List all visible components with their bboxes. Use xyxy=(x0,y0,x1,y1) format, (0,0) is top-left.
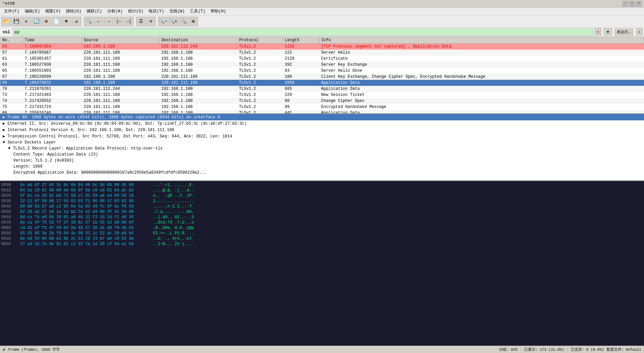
toolbar-new-capture[interactable]: 📄 xyxy=(52,17,61,26)
toolbar-forward[interactable]: → xyxy=(104,17,113,26)
toolbar-back[interactable]: ← xyxy=(94,17,103,26)
maximize-button[interactable]: □ xyxy=(629,1,635,6)
menu-analyze[interactable]: 分析(A) xyxy=(105,8,125,15)
menu-edit[interactable]: 编辑(E) xyxy=(22,8,43,15)
table-row[interactable]: 557.180097884192.168.1.100220.181.112.24… xyxy=(0,44,644,50)
detail-encrypted[interactable]: Encrypted Application Data: 000000000000… xyxy=(0,170,644,176)
encrypted-label: Encrypted Application Data: 000000000000… xyxy=(13,170,207,175)
hex-row: 004000 00 01 07 a8 c2 95 6e 5a 83 49 fc … xyxy=(1,204,643,209)
status-profile: 配置文件: Default xyxy=(607,347,641,352)
ssl-label: Secure Sockets Layer xyxy=(7,140,56,145)
table-row[interactable]: 707.211876261220.181.112.244192.168.1.10… xyxy=(0,86,644,92)
table-row[interactable]: 637.186527030220.181.111.188192.168.1.10… xyxy=(0,62,644,68)
toolbar-close-capture[interactable]: ✕ xyxy=(21,17,31,26)
packet-table: No. Time Source Destination Protocol Len… xyxy=(0,37,644,114)
toolbar-last[interactable]: →| xyxy=(124,17,133,26)
detail-tcp[interactable]: Transmission Control Protocol, Src Port:… xyxy=(0,133,644,139)
toolbar: 📂 💾 ✕ 🔄 ⚙ 📄 ✖ ↺ 🔍 ← → |← →| ☰ ≡ 🔍− 🔍+ 🔍 … xyxy=(0,15,644,27)
col-protocol[interactable]: Protocol xyxy=(237,37,283,44)
menu-tools[interactable]: 工具(T) xyxy=(187,8,208,15)
table-row[interactable]: 617.185301457220.181.111.188192.168.1.10… xyxy=(0,56,644,62)
window-controls: − □ × xyxy=(623,1,641,6)
ethernet-toggle-icon xyxy=(3,121,7,126)
menu-wireless[interactable]: 无线(W) xyxy=(167,8,187,15)
status-left: ✔ Frame (frame), 1068 字节 xyxy=(3,347,60,352)
hex-row: 00008c a6 df 27 b5 3c 6c 0b 84 09 bc 9d … xyxy=(1,182,643,188)
detail-tls-record[interactable]: TLSv1.2 Record Layer: Application Data P… xyxy=(0,145,644,152)
filter-expression[interactable]: 表达式... xyxy=(614,28,633,36)
menu-capture[interactable]: 捕获(C) xyxy=(84,8,105,15)
menu-help[interactable]: 帮助(H) xyxy=(208,8,229,15)
table-row[interactable]: 757.217431724220.181.111.188192.168.1.10… xyxy=(0,104,644,110)
window-title: *eth0 xyxy=(3,1,15,6)
table-row[interactable]: 807.255016746220.181.111.188192.168.1.10… xyxy=(0,110,644,114)
toolbar-restart[interactable]: ↺ xyxy=(72,17,81,26)
menu-file[interactable]: 文件(F) xyxy=(1,8,22,15)
packet-list-wrapper: No. Time Source Destination Protocol Len… xyxy=(0,37,644,114)
col-info[interactable]: Info xyxy=(319,37,644,44)
toolbar-first[interactable]: |← xyxy=(114,17,123,26)
col-no[interactable]: No. xyxy=(0,37,23,44)
detail-version[interactable]: Version: TLS 1.2 (0x0303) xyxy=(0,158,644,164)
ip-label: Internet Protocol Version 4, Src: 192.16… xyxy=(7,128,174,132)
tls-record-label: TLSv1.2 Record Layer: Application Data P… xyxy=(13,146,162,151)
packet-details[interactable]: Frame 68: 1068 bytes on wire (8544 bits)… xyxy=(0,114,644,181)
version-label: Version: TLS 1.2 (0x0303) xyxy=(13,158,74,163)
detail-ssl[interactable]: Secure Sockets Layer xyxy=(0,139,644,145)
menu-view[interactable]: 视图(V) xyxy=(43,8,63,15)
ready-icon: ✔ xyxy=(3,347,5,352)
title-bar: *eth0 − □ × xyxy=(0,0,644,7)
toolbar-zoom-out[interactable]: 🔍− xyxy=(158,17,168,26)
table-row[interactable]: 677.188220599192.168.1.100220.181.111.18… xyxy=(0,74,644,80)
menu-stats[interactable]: 统计(S) xyxy=(125,8,146,15)
table-row[interactable]: 737.217421483220.181.111.188192.168.1.10… xyxy=(0,92,644,98)
toolbar-capture-options[interactable]: ⚙ xyxy=(42,17,51,26)
col-length[interactable]: Length xyxy=(283,37,319,44)
toolbar-zoom-normal[interactable]: 🔍 xyxy=(178,17,188,26)
content-type-label: Content Type: Application Data (23) xyxy=(13,152,98,157)
menu-goto[interactable]: 跳转(G) xyxy=(63,8,84,15)
close-button[interactable]: × xyxy=(636,1,641,6)
toolbar-auto-scroll[interactable]: ≡ xyxy=(146,17,156,26)
toolbar-stop[interactable]: ✖ xyxy=(62,17,71,26)
filter-bar: ssl × ▼ 表达式... + xyxy=(0,27,644,37)
menu-phone[interactable]: 电话(Y) xyxy=(146,8,167,15)
col-time[interactable]: Time xyxy=(22,37,82,44)
detail-content-type[interactable]: Content Type: Application Data (23) xyxy=(0,152,644,158)
frame-label: Frame 68: 1068 bytes on wire (8544 bits)… xyxy=(7,115,220,120)
detail-frame[interactable]: Frame 68: 1068 bytes on wire (8544 bits)… xyxy=(0,114,644,120)
filter-add[interactable]: + xyxy=(636,28,643,36)
toolbar-reload[interactable]: 🔄 xyxy=(32,17,41,26)
filter-input[interactable] xyxy=(13,28,593,36)
hex-row: 00206f bc ce 20 01 bb 71 50 c1 91 59 a8 … xyxy=(1,193,643,198)
toolbar-find[interactable]: 🔍 xyxy=(84,17,93,26)
toolbar-colorize[interactable]: ☰ xyxy=(136,17,146,26)
ip-toggle-icon xyxy=(3,128,7,132)
packet-list[interactable]: No. Time Source Destination Protocol Len… xyxy=(0,37,644,114)
col-destination[interactable]: Destination xyxy=(159,37,237,44)
toolbar-open[interactable]: 📂 xyxy=(1,17,11,26)
hex-row: 00a08e e9 55 06 60 e2 8b 2c 23 28 23 d7 … xyxy=(1,236,643,241)
status-right: 分组: 825 · 已显示: 173 (21.0%) · 已丢弃: 0 (0.0… xyxy=(499,347,641,352)
detail-length[interactable]: Length: 1009 xyxy=(0,164,644,170)
status-frame: Frame (frame), 1068 字节 xyxy=(8,347,60,352)
minimize-button[interactable]: − xyxy=(623,1,628,6)
toolbar-save[interactable]: 💾 xyxy=(11,17,21,26)
filter-dropdown[interactable]: ▼ xyxy=(604,28,612,36)
hex-dump[interactable]: 00008c a6 df 27 b5 3c 6c 0b 84 09 bc 9d … xyxy=(0,181,644,346)
table-row[interactable]: 577.184785687220.181.111.188192.168.1.10… xyxy=(0,50,644,56)
detail-ethernet[interactable]: Ethernet II, Src: Universa_09:bc:9d (6c:… xyxy=(0,120,644,127)
ethernet-label: Ethernet II, Src: Universa_09:bc:9d (6c:… xyxy=(7,121,247,126)
toolbar-resize-columns[interactable]: ⊞ xyxy=(189,17,198,26)
col-source[interactable]: Source xyxy=(82,37,159,44)
hex-row: 0080cd 42 af f5 47 58 65 8a 48 17 36 d1 … xyxy=(1,225,643,231)
table-row[interactable]: 657.186551903220.181.111.188192.168.1.10… xyxy=(0,68,644,74)
menu-bar: 文件(F) 编辑(E) 视图(V) 跳转(G) 捕获(C) 分析(A) 统计(S… xyxy=(0,7,644,15)
toolbar-zoom-in[interactable]: 🔍+ xyxy=(168,17,178,26)
table-row[interactable]: 747.217428552220.181.111.188192.168.1.10… xyxy=(0,98,644,104)
detail-ip[interactable]: Internet Protocol Version 4, Src: 192.16… xyxy=(0,127,644,133)
filter-clear[interactable]: × xyxy=(594,28,601,36)
ssl-toggle-icon xyxy=(3,140,7,145)
table-row[interactable]: 687.188479632192.168.1.100220.181.111.18… xyxy=(0,80,644,86)
hex-rows-container: 00008c a6 df 27 b5 3c 6c 0b 84 09 bc 9d … xyxy=(1,182,643,247)
